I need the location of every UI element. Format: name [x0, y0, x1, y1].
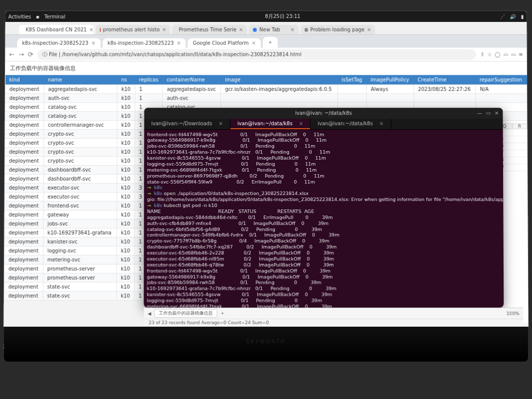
column-header[interactable]: containerName: [163, 75, 221, 84]
chrome-tab[interactable]: k8s-inspection-230825223×: [17, 38, 100, 48]
table-cell: deployment: [4, 193, 43, 201]
close-icon[interactable]: ×: [367, 27, 371, 32]
table-cell: metering-svc: [43, 255, 116, 264]
firefox-tab[interactable]: prometheus alert histo×: [96, 25, 171, 34]
menu-icon[interactable]: ≡: [519, 52, 523, 57]
table-cell: k10: [117, 273, 135, 282]
gnome-terminal-window[interactable]: ivan@ivan: ~/data/k8s — ▭ ✕ ivan@ivan:~/…: [144, 108, 504, 308]
close-icon[interactable]: ×: [379, 121, 383, 126]
terminal-title: ivan@ivan: ~/data/k8s: [295, 110, 352, 116]
column-header[interactable]: isSetTag: [338, 75, 366, 84]
close-icon[interactable]: ×: [177, 40, 181, 46]
close-icon[interactable]: ×: [290, 27, 294, 32]
spreadsheet-statusbar: 23 of 23 records found Average=0 Count=2…: [144, 319, 523, 326]
table-cell: k10: [117, 103, 135, 112]
battery-icon[interactable]: ▮: [521, 14, 524, 19]
new-tab-button[interactable]: ＋: [263, 37, 278, 48]
star-icon[interactable]: ☆: [487, 52, 492, 57]
window-maximize-icon[interactable]: ▭: [486, 110, 491, 116]
sheet-tab[interactable]: 工作负载中的容器镜像信息: [154, 309, 217, 318]
chrome-tab[interactable]: k8s-inspection-230825223×: [103, 38, 186, 48]
focused-app-name[interactable]: Terminal: [44, 14, 65, 19]
column-header[interactable]: replicas: [135, 75, 163, 84]
table-cell: deployment: [4, 264, 43, 273]
close-icon[interactable]: ×: [162, 27, 166, 32]
close-icon[interactable]: ×: [89, 27, 93, 32]
firefox-tab-strip: K8S Dashboard CN 2021×prometheus alert h…: [5, 22, 527, 35]
column-header[interactable]: kind: [5, 75, 44, 84]
tab-label: Problem loading page: [310, 27, 364, 32]
window-minimize-icon[interactable]: —: [477, 110, 482, 116]
col-header[interactable]: R: [512, 123, 528, 129]
column-header[interactable]: CreateTime: [414, 75, 476, 84]
table-cell: [476, 94, 527, 103]
terminal-titlebar[interactable]: ivan@ivan: ~/data/k8s — ▭ ✕: [144, 108, 503, 119]
url-field[interactable]: ⓘ File | /home/ivan/github.com/mfz/ivan/…: [37, 49, 476, 60]
firefox-tab[interactable]: New Tab×: [249, 25, 299, 34]
table-cell: deployment: [4, 219, 43, 228]
page-heading: 工作负载中的容器镜像信息: [5, 62, 527, 75]
terminal-tab[interactable]: ivan@ivan:~/data/k8s ×: [311, 119, 391, 129]
terminal-body[interactable]: frontend-svc-fd447498-wgv5t 0/1 ImagePul…: [144, 130, 504, 308]
firefox-tab[interactable]: Prometheus Time Serie×: [173, 25, 247, 34]
chrome-tab[interactable]: Google Cloud Platform×: [188, 38, 261, 48]
table-cell: 1: [135, 94, 163, 103]
firefox-tab[interactable]: K8S Dashboard CN 2021×: [19, 25, 94, 34]
table-row[interactable]: deploymentaggregatedapis-svck101aggregat…: [5, 85, 527, 94]
volume-icon[interactable]: 🔊: [510, 14, 516, 19]
column-header[interactable]: repairSuggestion: [476, 75, 527, 84]
column-header[interactable]: name: [44, 75, 117, 84]
clock[interactable]: 8月25日 23:11: [265, 13, 301, 20]
table-cell: deployment: [4, 246, 43, 255]
table-row[interactable]: deploymentauth-svck101auth-svc: [5, 94, 527, 103]
table-cell: k10: [117, 282, 135, 291]
table-cell: [338, 85, 366, 94]
table-cell: auth-svc: [163, 94, 221, 103]
tab-label: k8s-inspection-230825223: [22, 40, 88, 46]
table-cell: k10: [117, 130, 135, 139]
circle-icon[interactable]: ◯: [495, 52, 500, 57]
table-cell: k10: [117, 210, 135, 219]
zoom-level[interactable]: 100%: [507, 311, 520, 316]
extension-icon[interactable]: ▭: [504, 52, 508, 57]
table-cell: dashboardbff-svc: [43, 174, 117, 183]
column-header[interactable]: imagePullPolicy: [366, 75, 414, 84]
extension-icon[interactable]: ▭: [511, 52, 516, 57]
column-header[interactable]: image: [221, 75, 338, 84]
close-icon[interactable]: ×: [252, 40, 256, 46]
table-cell: catalog-svc: [44, 103, 117, 112]
forward-button[interactable]: →: [18, 51, 24, 58]
sheet-nav-prev-icon[interactable]: ◀: [148, 311, 151, 316]
table-cell: [338, 94, 366, 103]
window-close-icon[interactable]: ✕: [495, 110, 499, 116]
table-cell: aggregatedapis-svc: [163, 85, 221, 94]
table-cell: deployment: [4, 255, 43, 264]
close-icon[interactable]: ×: [91, 40, 95, 46]
table-cell: deployment: [4, 237, 43, 246]
table-cell: jobs-svc: [43, 219, 117, 228]
wifi-icon[interactable]: ⋰: [500, 14, 505, 19]
table-cell: state-svc: [43, 282, 116, 291]
firefox-tab[interactable]: Problem loading page×: [301, 25, 375, 34]
close-icon[interactable]: ×: [219, 121, 223, 126]
back-button[interactable]: ←: [9, 51, 14, 58]
table-cell: k10: [117, 264, 135, 273]
terminal-tab[interactable]: ivan@ivan:~/data/k8s ×: [230, 119, 311, 129]
tab-label: prometheus alert histo: [103, 27, 160, 32]
table-cell: k10: [117, 201, 135, 210]
table-cell: gcr.io/kasten-images/aggregatedapis:6.0.…: [221, 85, 338, 94]
table-cell: k10: [117, 237, 135, 246]
favicon-icon: [305, 27, 308, 31]
table-cell: deployment: [5, 130, 44, 139]
close-icon[interactable]: ×: [299, 121, 303, 126]
sheet-add-tab-icon[interactable]: ＋: [220, 310, 225, 317]
table-cell: k10-1692973641-grafana: [43, 228, 117, 237]
table-cell: k10: [117, 184, 135, 193]
reload-button[interactable]: ⟳: [28, 51, 33, 58]
share-icon[interactable]: ⇪: [480, 52, 484, 57]
activities-button[interactable]: Activities: [8, 14, 31, 19]
close-icon[interactable]: ×: [239, 27, 243, 32]
terminal-tab[interactable]: ivan@ivan:~/Downloads ×: [144, 119, 230, 129]
table-cell: k10: [117, 139, 135, 148]
column-header[interactable]: ns: [117, 75, 135, 84]
